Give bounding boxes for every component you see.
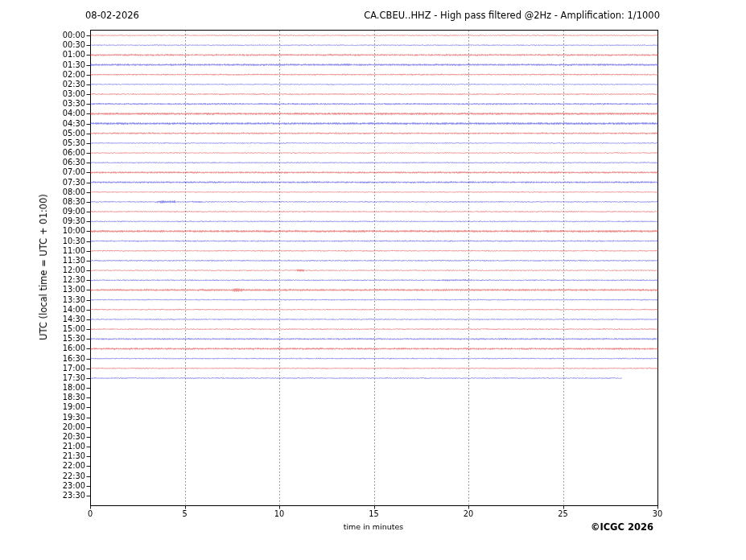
x-tick-label: 10: [274, 509, 284, 518]
y-tick-label: 06:30: [63, 159, 85, 167]
helicorder-plot-canvas: [0, 0, 746, 560]
y-tick-label: 16:00: [63, 344, 85, 352]
x-tick-label: 25: [558, 509, 567, 518]
y-tick-label: 11:30: [63, 257, 85, 265]
x-tick-label: 0: [88, 509, 93, 518]
y-tick-label: 19:30: [63, 414, 85, 422]
y-tick-label: 16:30: [63, 355, 85, 363]
y-tick-label: 06:00: [63, 149, 85, 157]
y-tick-label: 17:30: [63, 374, 85, 382]
x-tick-label: 5: [182, 509, 187, 518]
x-tick-label: 15: [369, 509, 378, 518]
plot-title: CA.CBEU..HHZ - High pass filtered @2Hz -…: [364, 10, 660, 21]
y-tick-label: 00:00: [63, 31, 85, 39]
y-tick-label: 00:30: [63, 41, 85, 49]
y-tick-label: 18:00: [63, 384, 85, 392]
y-tick-label: 12:30: [63, 276, 85, 284]
y-tick-label: 17:00: [63, 364, 85, 373]
y-tick-label: 12:00: [63, 266, 85, 274]
y-tick-label: 20:30: [63, 433, 85, 441]
y-tick-label: 03:30: [63, 100, 85, 108]
y-tick-label: 19:00: [63, 403, 85, 411]
y-tick-label: 04:00: [63, 109, 85, 117]
y-tick-label: 02:00: [63, 71, 85, 79]
y-tick-label: 07:00: [63, 168, 85, 176]
y-tick-label: 04:30: [63, 120, 85, 128]
y-tick-label: 01:30: [63, 61, 85, 69]
y-tick-label: 21:00: [63, 443, 85, 451]
y-tick-label: 08:30: [63, 198, 85, 206]
y-axis-title: UTC (local time = UTC + 01:00): [38, 194, 49, 340]
y-tick-label: 20:00: [63, 423, 85, 431]
x-tick-label: 30: [653, 509, 662, 518]
y-tick-label: 05:30: [63, 139, 85, 147]
y-tick-label: 21:30: [63, 452, 85, 460]
y-tick-label: 03:00: [63, 90, 85, 98]
y-tick-label: 23:30: [63, 492, 85, 500]
y-tick-label: 09:00: [63, 208, 85, 216]
y-tick-label: 11:00: [63, 247, 85, 255]
y-tick-label: 22:00: [63, 462, 85, 470]
y-tick-label: 22:30: [63, 472, 85, 480]
y-tick-label: 10:30: [63, 237, 85, 245]
y-tick-label: 13:00: [63, 286, 85, 294]
y-tick-label: 07:30: [63, 179, 85, 187]
helicorder-screen: 08-02-2026 CA.CBEU..HHZ - High pass filt…: [0, 0, 746, 560]
y-tick-label: 14:30: [63, 315, 85, 323]
copyright-label: ©ICGC 2026: [591, 521, 653, 533]
y-tick-label: 02:30: [63, 80, 85, 89]
y-tick-label: 05:00: [63, 130, 85, 138]
y-tick-label: 10:00: [63, 227, 85, 235]
x-tick-label: 20: [464, 509, 473, 518]
y-tick-label: 13:30: [63, 296, 85, 304]
y-tick-label: 08:00: [63, 188, 85, 196]
y-tick-label: 18:30: [63, 393, 85, 401]
y-tick-label: 09:30: [63, 217, 85, 225]
x-axis-title: time in minutes: [344, 522, 404, 531]
y-tick-label: 15:00: [63, 325, 85, 333]
y-tick-label: 15:30: [63, 335, 85, 343]
y-tick-label: 01:00: [63, 51, 85, 59]
y-tick-label: 23:00: [63, 482, 85, 490]
y-tick-label: 14:00: [63, 306, 85, 314]
date-label: 08-02-2026: [85, 10, 139, 21]
